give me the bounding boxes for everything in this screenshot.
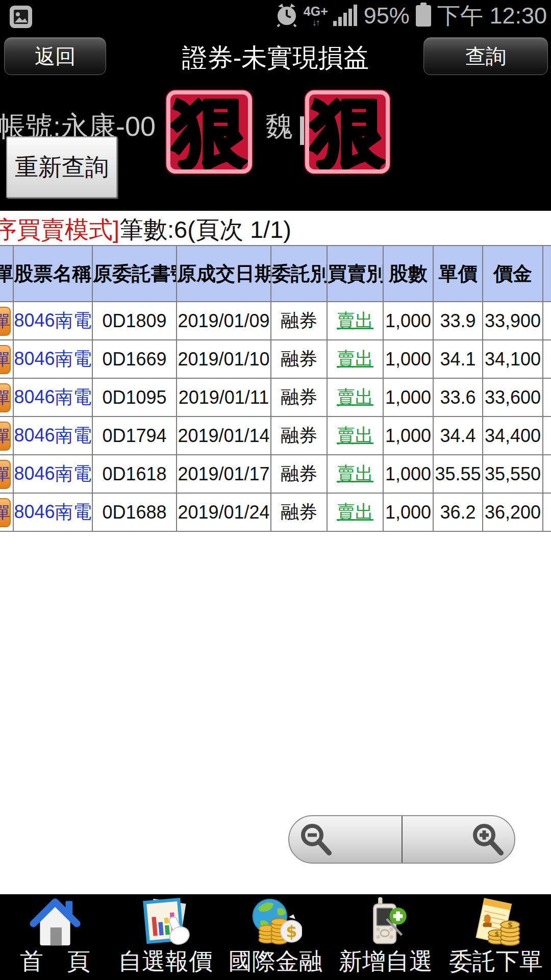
place-order-button[interactable]: 下單 bbox=[0, 422, 11, 451]
trade-date-cell: 2019/01/17 bbox=[177, 455, 271, 493]
place-order-button[interactable]: 下單 bbox=[0, 307, 11, 336]
privacy-stamp-right: 狠 bbox=[305, 90, 390, 174]
nav-item-add-watchlist[interactable]: 新增自選 bbox=[331, 894, 441, 980]
sell-link[interactable]: 賣出 bbox=[337, 386, 373, 407]
nav-label-watchlist-quotes: 自選報價 bbox=[118, 947, 212, 975]
unit-price-cell: 33.6 bbox=[433, 378, 483, 416]
table-row: 下單 8046南電 0D1688 2019/01/24 融券 賣出 1,000 … bbox=[0, 493, 551, 531]
stock-link[interactable]: 8046南電 bbox=[14, 425, 91, 446]
margin-type-cell: 融券 bbox=[271, 493, 327, 531]
shares-cell: 1,000 bbox=[383, 378, 433, 416]
svg-text:$: $ bbox=[508, 920, 513, 929]
margin-type-cell: 融券 bbox=[271, 340, 327, 378]
shares-cell: 1,000 bbox=[383, 340, 433, 378]
nav-item-watchlist-quotes[interactable]: 自選報價 bbox=[110, 894, 220, 980]
table-row: 下單 8046南電 0D1794 2019/01/14 融券 賣出 1,000 … bbox=[0, 416, 551, 455]
watchlist-quotes-icon bbox=[139, 896, 192, 947]
nav-item-home[interactable]: 首 頁 bbox=[0, 894, 110, 980]
add-watchlist-icon bbox=[359, 896, 412, 947]
sell-link[interactable]: 賣出 bbox=[337, 501, 373, 522]
stock-link[interactable]: 8046南電 bbox=[14, 348, 91, 369]
table-header-row: 下單 股票名稱 原委託書號 原成交日期 委託別 買賣別 股數 單價 價金 手 bbox=[0, 246, 551, 302]
svg-text:$: $ bbox=[494, 930, 499, 938]
place-order-button[interactable]: 下單 bbox=[0, 383, 11, 412]
order-no-cell: 0D1095 bbox=[92, 378, 177, 416]
trade-mode-text: 序買賣模式] bbox=[0, 216, 119, 243]
trade-date-cell: 2019/01/24 bbox=[177, 493, 271, 531]
query-button-label: 查詢 bbox=[465, 42, 506, 70]
col-header-shares: 股數 bbox=[383, 246, 433, 302]
app-screen: 4G+ ↓↑ 95% bbox=[0, 0, 551, 980]
nav-label-order-placement: 委託下單 bbox=[449, 947, 543, 975]
stock-name-cell: 8046南電 bbox=[13, 378, 92, 416]
status-time: 下午 12:30 bbox=[437, 1, 547, 31]
battery-percent: 95% bbox=[364, 3, 410, 29]
table-row: 下單 8046南電 0D1809 2019/01/09 融券 賣出 1,000 … bbox=[0, 302, 551, 340]
order-action-cell: 下單 bbox=[0, 302, 13, 340]
unrealized-pl-table: 下單 股票名稱 原委託書號 原成交日期 委託別 買賣別 股數 單價 價金 手 下… bbox=[0, 245, 551, 532]
col-header-side: 買賣別 bbox=[327, 246, 383, 302]
alarm-clock-icon bbox=[275, 3, 298, 29]
extra-partial-cell bbox=[543, 340, 551, 378]
amount-cell: 34,100 bbox=[483, 340, 543, 378]
side-cell: 賣出 bbox=[327, 302, 383, 340]
home-icon bbox=[29, 896, 82, 947]
sell-link[interactable]: 賣出 bbox=[337, 425, 373, 446]
font-zoom-control bbox=[288, 815, 515, 864]
query-button[interactable]: 查詢 bbox=[423, 37, 548, 75]
status-bar: 4G+ ↓↑ 95% bbox=[0, 0, 551, 32]
trade-date-cell: 2019/01/10 bbox=[177, 340, 271, 378]
unit-price-cell: 34.4 bbox=[433, 416, 483, 455]
bottom-navigation: 首 頁 bbox=[0, 894, 551, 980]
trade-date-cell: 2019/01/11 bbox=[177, 378, 271, 416]
zoom-out-button[interactable] bbox=[289, 816, 403, 863]
shares-cell: 1,000 bbox=[383, 493, 433, 531]
stock-link[interactable]: 8046南電 bbox=[14, 386, 91, 407]
stock-link[interactable]: 8046南電 bbox=[14, 310, 91, 331]
requery-button[interactable]: 重新查詢 bbox=[6, 136, 117, 198]
side-cell: 賣出 bbox=[327, 493, 383, 531]
order-no-cell: 0D1669 bbox=[92, 340, 177, 378]
place-order-button[interactable]: 下單 bbox=[0, 498, 11, 527]
stock-link[interactable]: 8046南電 bbox=[14, 501, 91, 522]
table-row: 下單 8046南電 0D1669 2019/01/10 融券 賣出 1,000 … bbox=[0, 340, 551, 378]
col-header-fee-partial: 手 bbox=[543, 246, 551, 302]
extra-partial-cell bbox=[543, 416, 551, 455]
sell-link[interactable]: 賣出 bbox=[337, 348, 373, 369]
nav-item-order-placement[interactable]: $ $ 委託下單 bbox=[441, 894, 551, 980]
magnifier-plus-icon bbox=[470, 821, 505, 858]
stamp-character: 狠 bbox=[173, 94, 245, 170]
side-cell: 賣出 bbox=[327, 340, 383, 378]
trade-date-cell: 2019/01/09 bbox=[177, 302, 271, 340]
stock-link[interactable]: 8046南電 bbox=[14, 463, 91, 484]
nav-item-global-finance[interactable]: $ 國際金融 bbox=[220, 894, 331, 980]
extra-partial-cell bbox=[543, 302, 551, 340]
amount-cell: 33,900 bbox=[483, 302, 543, 340]
gallery-icon bbox=[9, 5, 33, 31]
amount-cell: 35,550 bbox=[483, 455, 543, 493]
extra-partial-cell bbox=[543, 493, 551, 531]
place-order-button[interactable]: 下單 bbox=[0, 345, 11, 374]
sell-link[interactable]: 賣出 bbox=[337, 463, 373, 484]
battery-icon bbox=[415, 3, 432, 29]
col-header-order-no: 原委託書號 bbox=[92, 246, 177, 302]
col-header-order: 下單 bbox=[0, 246, 13, 302]
signal-strength-icon bbox=[333, 4, 359, 28]
unit-price-cell: 35.55 bbox=[433, 455, 483, 493]
amount-cell: 34,400 bbox=[483, 416, 543, 455]
col-header-margin: 委託別 bbox=[271, 246, 327, 302]
shares-cell: 1,000 bbox=[383, 302, 433, 340]
unit-price-cell: 33.9 bbox=[433, 302, 483, 340]
nav-label-global-finance: 國際金融 bbox=[229, 947, 322, 975]
shares-cell: 1,000 bbox=[383, 455, 433, 493]
unit-price-cell: 36.2 bbox=[433, 493, 483, 531]
sell-link[interactable]: 賣出 bbox=[337, 310, 373, 331]
nav-label-home: 首 頁 bbox=[20, 947, 90, 975]
place-order-button[interactable]: 下單 bbox=[0, 460, 11, 489]
order-action-cell: 下單 bbox=[0, 455, 13, 493]
stock-name-cell: 8046南電 bbox=[13, 302, 92, 340]
trade-date-cell: 2019/01/14 bbox=[177, 416, 271, 455]
margin-type-cell: 融券 bbox=[271, 416, 327, 455]
side-cell: 賣出 bbox=[327, 455, 383, 493]
zoom-in-button[interactable] bbox=[403, 816, 515, 863]
